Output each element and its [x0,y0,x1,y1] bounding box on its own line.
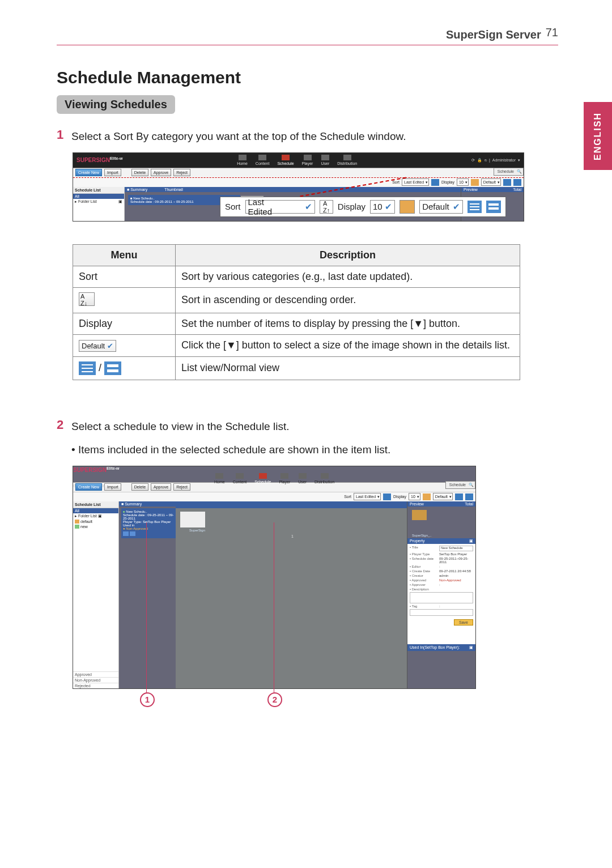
sidebar-all[interactable]: All [73,194,124,199]
product-name: SuperSign Server [446,28,541,41]
menu-table: Menu Description Sort Sort by various ca… [73,244,520,380]
nav-user[interactable]: User [298,473,307,484]
create-new-button[interactable]: Create New [75,483,102,491]
create-new-button[interactable]: Create New [75,169,102,176]
language-tab: ENGLISH [584,102,612,170]
display-dropdown[interactable]: 10 [457,178,469,186]
table-row: / List view/Normal view [73,356,520,380]
callout-sort-dropdown[interactable]: Last Edited✔ [245,200,316,214]
nav-player[interactable]: Player [279,473,290,484]
normal-view-icon[interactable] [465,493,473,500]
import-button[interactable]: Import [104,483,121,491]
nav-home[interactable]: Home [214,473,225,484]
expand-icon[interactable]: ▣ [469,539,473,543]
list-view-icon[interactable] [503,179,511,186]
sort-dropdown[interactable]: Last Edited [402,178,429,186]
nav-content[interactable]: Content [256,155,270,165]
reject-button[interactable]: Reject [173,169,190,176]
callout-size-icon[interactable] [400,200,415,214]
page-header: SuperSign Server 71 [57,28,558,45]
sidebar-folder-list[interactable]: ▸ Folder List▣ [73,199,124,205]
preview-image [412,510,427,520]
status-non-approved[interactable]: Non-Approved [73,677,118,683]
sidebar: Schedule List All ▸ Folder List▣ [73,187,125,221]
search-input-2[interactable]: Schedule [445,481,475,489]
default-dropdown[interactable]: Default [481,178,501,186]
nav-distribution[interactable]: Distribution [337,155,357,165]
sort-order-icon[interactable] [383,493,391,500]
screenshot-1: SUPERSIGNElite-w Home Content Schedule P… [73,152,558,222]
list-view-icon[interactable] [455,493,463,500]
normal-view-icon[interactable] [513,179,521,186]
item-thumbnail[interactable]: SuperSign [180,512,205,527]
th-menu: Menu [73,244,176,266]
default-dropdown-icon: Default✔ [79,340,116,352]
sidebar-item-new[interactable]: new [73,524,118,529]
schedule-card-selected[interactable]: ■ New Schedu.. Schedule date : 09-25-201… [121,508,176,538]
nav-content[interactable]: Content [233,473,247,484]
approve-button[interactable]: Approve [151,169,171,176]
screenshot-2: SUPERSIGNElite-w Home Content Schedule P… [73,466,558,689]
sidebar-folder-list[interactable]: ▸ Folder List▣ [73,513,118,519]
property-rows: • TitleNew Schedule • Player TypeSetTop … [407,544,475,644]
nav-schedule[interactable]: Schedule [254,473,271,484]
display-label: Display [441,180,454,184]
nav-player[interactable]: Player [302,155,313,165]
import-button[interactable]: Import [104,169,121,176]
prop-title-input[interactable]: New Schedule [439,546,473,551]
approve-button[interactable]: Approve [151,483,171,491]
preview-box: SuperSign_.. [407,507,475,538]
status-approved[interactable]: Approved [73,671,118,677]
sidebar-title: Schedule List [73,187,124,194]
lock-icon[interactable]: 🔒 [477,158,482,163]
search-input[interactable]: Schedule [494,168,524,176]
default-dropdown[interactable]: Default [433,493,453,500]
brand-logo-2: SUPERSIGNElite-w [73,467,119,473]
section-heading: Viewing Schedules [57,95,175,114]
page-number: 71 [546,26,558,39]
nav-account[interactable]: ⟳ 🔒 ⎋ |Administrator▾ [471,158,520,163]
refresh-icon[interactable]: ⟳ [471,158,475,163]
sidebar-all[interactable]: All [73,508,118,513]
logout-icon[interactable]: ⎋ [484,158,487,162]
status-rejected[interactable]: Rejected [73,683,118,688]
reject-button[interactable]: Reject [173,483,190,491]
sortbar-callout: Sort Last Edited✔ AZ↑ Display 10✔ Defaul… [220,197,506,217]
step-2-bullet: Items included in the selected schedule … [71,442,558,458]
callout-default-dropdown[interactable]: Default✔ [419,200,463,214]
step-1-text: Select a Sort By category you want at th… [71,127,406,144]
callout-sort-label: Sort [225,202,241,211]
annotation-circle-1: 1 [140,692,155,707]
sort-dropdown[interactable]: Last Edited [354,493,381,500]
nav-menu: Home Content Schedule Player User Distri… [122,155,471,165]
sidebar-2: Schedule List All ▸ Folder List▣ default… [73,501,119,688]
delete-button[interactable]: Delete [131,483,148,491]
sort-bar: Sort Last Edited Display 10 Default [73,177,524,187]
item-list-area: SuperSign 1 [176,501,407,688]
size-icon[interactable] [423,493,431,500]
expand-icon[interactable]: ▣ [469,645,473,650]
callout-normal-view-icon[interactable] [486,201,501,213]
list-view-small-icon [79,361,96,375]
size-icon[interactable] [471,179,479,186]
prop-tag-input[interactable] [410,609,473,616]
nav-user[interactable]: User [321,155,329,165]
nav-distribution[interactable]: Distribution [314,473,334,484]
callout-sort-order-icon[interactable]: AZ↑ [320,200,333,214]
sidebar-item-default[interactable]: default [73,519,118,524]
step-1: 1 Select a Sort By category you want at … [57,127,558,144]
right-panel: PreviewTotal SuperSign_.. Property▣ • Ti… [407,501,475,688]
display-dropdown[interactable]: 10 [409,493,420,500]
nav-home[interactable]: Home [237,155,248,165]
save-button[interactable]: Save [454,619,473,626]
callout-display-dropdown[interactable]: 10✔ [370,200,395,214]
prop-description-input[interactable] [410,592,473,603]
callout-list-view-icon[interactable] [468,201,482,213]
step-2-number: 2 [57,418,71,435]
content-area-2: ■ Summary ■ New Schedu.. Schedule date :… [119,501,407,688]
nav-schedule[interactable]: Schedule [277,155,294,165]
sort-order-icon[interactable] [431,179,439,186]
page-title: Schedule Management [57,68,558,87]
delete-button[interactable]: Delete [131,169,148,176]
sort-az-icon [79,292,95,306]
